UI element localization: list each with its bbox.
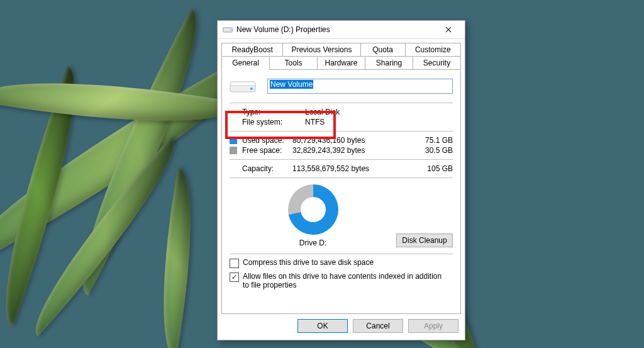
properties-window: New Volume (D:) Properties ReadyBoost Pr… (217, 20, 465, 340)
tab-customize[interactable]: Customize (406, 43, 461, 57)
disk-cleanup-button[interactable]: Disk Cleanup (396, 233, 453, 247)
tab-general[interactable]: General (221, 57, 270, 70)
tab-quota[interactable]: Quota (361, 43, 406, 57)
filesystem-label: File system: (230, 118, 305, 126)
type-value: Local Disk (305, 108, 453, 116)
used-label: Used space: (242, 136, 292, 145)
used-bytes: 80,729,436,160 bytes (292, 136, 418, 145)
apply-button[interactable]: Apply (408, 319, 458, 333)
drive-icon (230, 76, 256, 96)
capacity-size: 105 GB (418, 164, 453, 173)
volume-name-input[interactable]: New Volume (267, 79, 453, 94)
drive-label: Drive D: (299, 239, 326, 247)
svg-point-1 (230, 30, 231, 31)
tab-previous-versions[interactable]: Previous Versions (283, 43, 360, 57)
tab-readyboost[interactable]: ReadyBoost (221, 43, 283, 57)
tab-hardware[interactable]: Hardware (318, 57, 365, 70)
tabs: ReadyBoost Previous Versions Quota Custo… (218, 39, 465, 314)
plant-leaf (145, 167, 209, 348)
type-label: Type: (230, 108, 305, 116)
svg-point-4 (250, 87, 253, 90)
free-label: Free space: (242, 146, 292, 155)
window-title: New Volume (D:) Properties (236, 25, 330, 34)
filesystem-value: NTFS (305, 118, 453, 126)
close-button[interactable] (436, 21, 461, 38)
cancel-button[interactable]: Cancel (353, 319, 403, 333)
dialog-buttons: OK Cancel Apply (218, 314, 465, 338)
drive-icon (223, 25, 233, 35)
tab-sharing[interactable]: Sharing (365, 57, 413, 70)
free-size: 30.5 GB (418, 146, 453, 155)
volume-name-text: New Volume (270, 80, 313, 89)
desktop-background: New Volume (D:) Properties ReadyBoost Pr… (0, 0, 644, 348)
tab-security[interactable]: Security (413, 57, 461, 70)
compress-checkbox[interactable] (230, 259, 239, 268)
titlebar[interactable]: New Volume (D:) Properties (218, 21, 465, 39)
free-bytes: 32,829,243,392 bytes (292, 146, 418, 155)
capacity-label: Capacity: (242, 164, 292, 173)
index-label: Allow files on this drive to have conten… (243, 272, 444, 289)
ok-button[interactable]: OK (297, 319, 348, 333)
index-checkbox[interactable]: ✓ (230, 272, 239, 282)
free-swatch-icon (230, 147, 237, 154)
tab-panel-general: New Volume Type: Local Disk File system:… (221, 70, 461, 314)
compress-label: Compress this drive to save disk space (243, 258, 374, 267)
used-size: 75.1 GB (418, 136, 453, 145)
usage-donut-chart (288, 184, 338, 235)
capacity-bytes: 113,558,679,552 bytes (292, 164, 418, 173)
svg-rect-3 (230, 82, 255, 86)
tab-tools[interactable]: Tools (270, 57, 318, 70)
used-swatch-icon (230, 137, 237, 144)
